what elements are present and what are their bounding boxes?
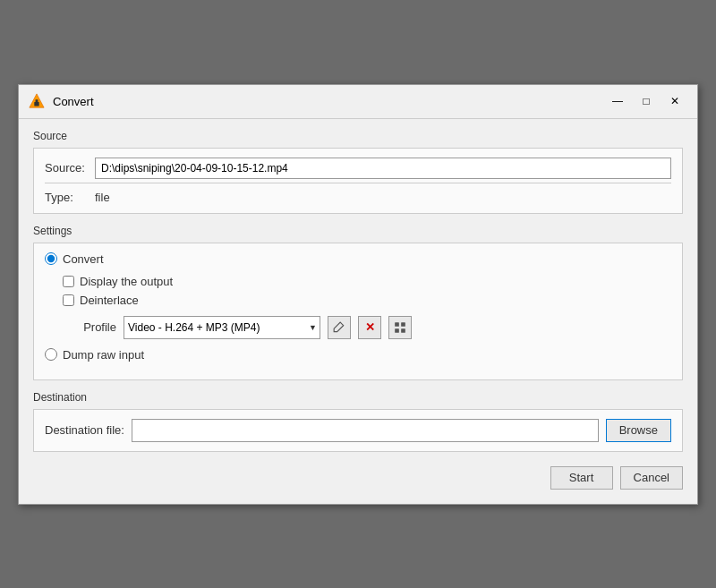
destination-input[interactable] (132, 419, 599, 442)
display-output-checkbox[interactable] (63, 276, 74, 287)
dest-row: Destination file: Browse (45, 419, 671, 442)
svg-rect-4 (401, 322, 405, 327)
profile-select-wrapper: Video - H.264 + MP3 (MP4) Video - H.265 … (124, 316, 320, 339)
destination-section-label: Destination (33, 391, 683, 404)
settings-box: Convert Display the output Deinterlace P… (33, 243, 683, 380)
source-section-label: Source (33, 130, 683, 142)
profile-row: Profile Video - H.264 + MP3 (MP4) Video … (63, 316, 671, 339)
destination-box: Destination file: Browse (33, 409, 683, 452)
close-button[interactable]: ✕ (661, 91, 688, 111)
delete-icon: ✕ (365, 320, 375, 334)
type-label: Type: (45, 191, 90, 204)
source-divider (45, 183, 671, 183)
start-button[interactable]: Start (550, 466, 613, 490)
profile-delete-button[interactable]: ✕ (358, 316, 381, 339)
deinterlace-label[interactable]: Deinterlace (80, 294, 139, 307)
maximize-button[interactable]: □ (633, 91, 660, 111)
minimize-button[interactable]: — (604, 91, 631, 111)
convert-radio-row: Convert (45, 252, 671, 266)
settings-section: Settings Convert Display the output Dein… (33, 225, 683, 380)
svg-rect-6 (401, 328, 405, 333)
window-content: Source Source: Type: file Settings (19, 119, 697, 504)
convert-window: Convert — □ ✕ Source Source: Type: file (18, 84, 698, 505)
source-row: Source: (45, 158, 671, 179)
profile-edit-button[interactable] (328, 316, 351, 339)
source-box: Source: Type: file (33, 148, 683, 214)
settings-section-label: Settings (33, 225, 683, 237)
source-label: Source: (45, 161, 90, 175)
convert-radio-label[interactable]: Convert (63, 252, 104, 266)
cancel-button[interactable]: Cancel (620, 466, 683, 490)
type-value: file (95, 191, 110, 204)
dump-raw-row: Dump raw input (45, 348, 671, 362)
source-section: Source Source: Type: file (33, 130, 683, 214)
dump-radio-label[interactable]: Dump raw input (63, 348, 144, 362)
display-output-row: Display the output (63, 275, 671, 288)
deinterlace-checkbox[interactable] (63, 294, 74, 306)
source-input[interactable] (95, 158, 671, 179)
deinterlace-row: Deinterlace (63, 294, 671, 307)
footer-buttons: Start Cancel (33, 466, 683, 490)
profile-new-button[interactable] (388, 316, 412, 339)
svg-rect-1 (34, 102, 38, 107)
destination-section: Destination Destination file: Browse (33, 391, 683, 452)
convert-options: Display the output Deinterlace Profile V… (45, 275, 671, 339)
titlebar-controls: — □ ✕ (604, 91, 688, 111)
svg-rect-2 (36, 99, 38, 102)
svg-rect-3 (395, 322, 399, 327)
vlc-icon (28, 92, 46, 110)
window-title: Convert (53, 95, 597, 108)
browse-button[interactable]: Browse (606, 419, 671, 442)
profile-select[interactable]: Video - H.264 + MP3 (MP4) Video - H.265 … (124, 316, 320, 339)
dest-file-label: Destination file: (45, 423, 124, 437)
dump-radio[interactable] (45, 348, 57, 361)
profile-label: Profile (63, 320, 116, 334)
svg-rect-5 (395, 328, 399, 333)
display-output-label[interactable]: Display the output (80, 275, 173, 288)
convert-radio[interactable] (45, 252, 57, 265)
type-row: Type: file (45, 191, 671, 204)
titlebar: Convert — □ ✕ (19, 85, 697, 119)
